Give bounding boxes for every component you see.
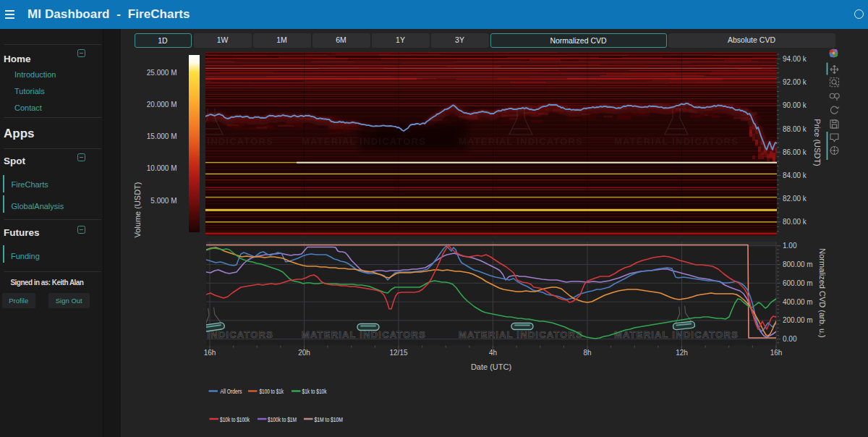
svg-text:$100 to $1k: $100 to $1k <box>260 388 284 395</box>
svg-text:20h: 20h <box>298 349 310 357</box>
svg-text:86.00 k: 86.00 k <box>783 148 807 156</box>
svg-text:800.00 m: 800.00 m <box>783 260 813 268</box>
svg-text:Price (USDT): Price (USDT) <box>813 119 822 166</box>
svg-text:MATERIAL INDICATORS: MATERIAL INDICATORS <box>614 329 739 340</box>
svg-text:MATERIAL INDICATORS: MATERIAL INDICATORS <box>459 329 583 340</box>
svg-text:1.00: 1.00 <box>783 242 797 250</box>
svg-text:MATERIAL INDICATORS: MATERIAL INDICATORS <box>302 329 426 340</box>
svg-text:10.000 M: 10.000 M <box>147 164 177 172</box>
svg-text:$100k to $1M: $100k to $1M <box>268 416 297 423</box>
svg-text:82.00 k: 82.00 k <box>783 195 807 203</box>
svg-text:12/15: 12/15 <box>389 349 407 357</box>
svg-text:MATERIAL INDICATORS: MATERIAL INDICATORS <box>302 136 426 147</box>
svg-text:16h: 16h <box>770 349 783 357</box>
svg-text:$1k to $10k: $1k to $10k <box>302 388 327 395</box>
svg-text:Date (UTC): Date (UTC) <box>471 362 511 371</box>
svg-text:5.000 M: 5.000 M <box>150 197 176 205</box>
svg-text:Volume (USDT): Volume (USDT) <box>133 182 142 237</box>
svg-text:12h: 12h <box>676 349 688 357</box>
svg-text:88.00 k: 88.00 k <box>783 125 807 133</box>
svg-text:$1M to $10M: $1M to $10M <box>315 416 344 423</box>
svg-text:MATERIAL INDICATORS: MATERIAL INDICATORS <box>459 136 583 147</box>
svg-text:94.00 k: 94.00 k <box>783 55 807 63</box>
svg-text:16h: 16h <box>204 349 216 357</box>
svg-text:90.00 k: 90.00 k <box>783 101 807 109</box>
svg-text:MATERIAL INDICATORS: MATERIAL INDICATORS <box>614 136 739 147</box>
svg-text:Normalized CVD (arb. u.): Normalized CVD (arb. u.) <box>818 248 827 337</box>
svg-text:84.00 k: 84.00 k <box>783 171 807 179</box>
svg-text:200.00 m: 200.00 m <box>783 316 813 324</box>
svg-text:20.000 M: 20.000 M <box>147 101 177 109</box>
svg-text:92.00 k: 92.00 k <box>783 78 807 86</box>
svg-text:25.000 M: 25.000 M <box>147 69 177 77</box>
svg-text:15.000 M: 15.000 M <box>147 132 177 140</box>
svg-text:600.00 m: 600.00 m <box>783 279 813 287</box>
svg-text:All Orders: All Orders <box>221 388 242 395</box>
svg-text:8h: 8h <box>583 349 591 357</box>
svg-text:0.00: 0.00 <box>783 335 797 343</box>
svg-text:$10k to $100k: $10k to $100k <box>220 416 250 423</box>
svg-text:4h: 4h <box>489 349 497 357</box>
svg-text:80.00 k: 80.00 k <box>783 218 807 226</box>
svg-text:400.00 m: 400.00 m <box>783 298 813 306</box>
